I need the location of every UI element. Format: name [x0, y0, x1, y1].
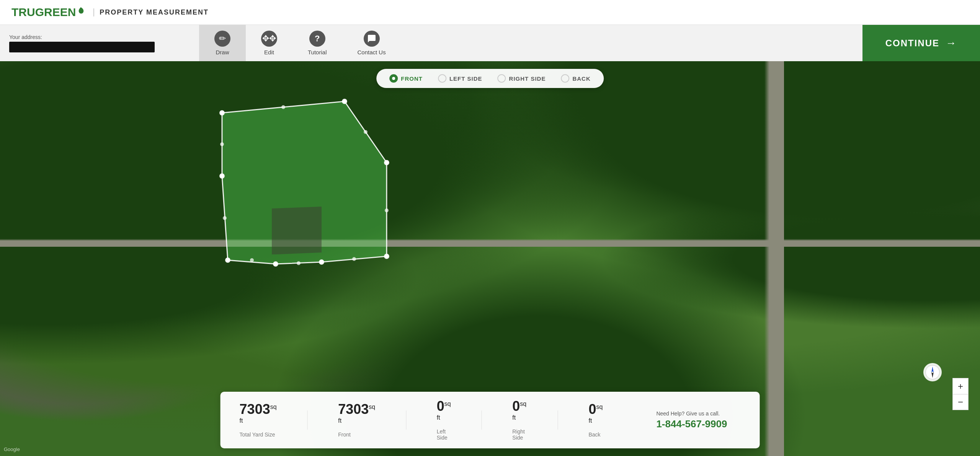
header: TRU GREEN PROPERTY MEASUREMENT — [0, 0, 980, 25]
question-icon: ? — [309, 31, 325, 47]
stat-back-value: 0sq ft — [588, 402, 603, 430]
compass-icon — [923, 363, 942, 381]
zoom-in-button[interactable]: + — [952, 378, 969, 394]
map-container[interactable]: FRONT LEFT SIDE RIGHT SIDE BACK 7303sq f… — [0, 61, 980, 456]
logo-leaf-icon — [77, 7, 85, 15]
stat-total: 7303sq ft Total Yard Size — [240, 402, 277, 438]
continue-label: CONTINUE — [885, 38, 939, 49]
edit-label: Edit — [264, 49, 274, 55]
compass — [923, 363, 942, 381]
stat-divider-3 — [482, 410, 482, 430]
tutorial-button[interactable]: ? Tutorial — [292, 25, 342, 61]
address-label: Your address: — [9, 34, 190, 40]
draw-label: Draw — [216, 49, 229, 55]
toolbar: Your address: ✏ Draw ✥ Edit ? Tutorial C… — [0, 25, 980, 61]
continue-button[interactable]: CONTINUE → — [862, 25, 980, 61]
pencil-icon: ✏ — [214, 31, 230, 47]
help-phone: 1-844-567-9909 — [656, 418, 727, 430]
zone-option-left[interactable]: LEFT SIDE — [433, 72, 488, 85]
address-value — [9, 42, 155, 52]
stat-divider-4 — [558, 410, 558, 430]
stat-front-value: 7303sq ft — [338, 402, 375, 430]
help-text: Need Help? Give us a call. — [656, 410, 720, 417]
map-controls: + − — [952, 378, 969, 410]
stat-right-value: 0sq ft — [512, 399, 527, 427]
stat-divider-1 — [307, 410, 308, 430]
zone-label-left: LEFT SIDE — [449, 75, 482, 82]
zone-radio-back — [561, 74, 569, 83]
move-icon: ✥ — [261, 31, 277, 47]
zone-radio-left — [438, 74, 446, 83]
stat-back-label: Back — [588, 432, 600, 438]
zoom-out-button[interactable]: − — [952, 394, 969, 410]
draw-button[interactable]: ✏ Draw — [199, 25, 246, 61]
trugreen-logo: TRU GREEN — [11, 6, 85, 19]
stat-total-value: 7303sq ft — [240, 402, 277, 430]
zone-selector: FRONT LEFT SIDE RIGHT SIDE BACK — [376, 69, 604, 88]
edit-button[interactable]: ✥ Edit — [246, 25, 292, 61]
stat-left-value: 0sq ft — [437, 399, 451, 427]
stat-front-label: Front — [338, 432, 351, 438]
zone-option-back[interactable]: BACK — [555, 72, 596, 85]
google-watermark: Google — [4, 446, 20, 452]
stat-divider-2 — [406, 410, 406, 430]
stat-right-label: Right Side — [512, 428, 527, 441]
page-title: PROPERTY MEASUREMENT — [93, 8, 209, 16]
zone-radio-right — [498, 74, 506, 83]
tutorial-label: Tutorial — [308, 49, 327, 55]
continue-arrow-icon: → — [946, 37, 957, 49]
logo-area: TRU GREEN PROPERTY MEASUREMENT — [11, 6, 209, 19]
contact-label: Contact Us — [357, 49, 385, 55]
toolbar-buttons: ✏ Draw ✥ Edit ? Tutorial Contact Us — [199, 25, 862, 61]
stat-total-label: Total Yard Size — [240, 432, 275, 438]
stat-left-label: Left Side — [437, 428, 451, 441]
logo-green: GREEN — [35, 6, 76, 19]
zone-label-front: FRONT — [401, 75, 423, 82]
zone-label-back: BACK — [572, 75, 590, 82]
logo-tru: TRU — [11, 6, 35, 19]
stat-front: 7303sq ft Front — [338, 402, 375, 438]
contact-button[interactable]: Contact Us — [342, 25, 401, 61]
stat-left: 0sq ft Left Side — [437, 399, 451, 441]
stat-back: 0sq ft Back — [588, 402, 603, 438]
stats-bar: 7303sq ft Total Yard Size 7303sq ft Fron… — [220, 392, 760, 448]
zone-option-front[interactable]: FRONT — [384, 72, 428, 85]
address-area: Your address: — [0, 25, 199, 61]
help-area: Need Help? Give us a call. 1-844-567-990… — [656, 410, 740, 430]
zone-label-right: RIGHT SIDE — [509, 75, 546, 82]
chat-icon — [364, 31, 380, 47]
zone-option-right[interactable]: RIGHT SIDE — [492, 72, 551, 85]
stat-right: 0sq ft Right Side — [512, 399, 527, 441]
zone-radio-front — [389, 74, 398, 83]
